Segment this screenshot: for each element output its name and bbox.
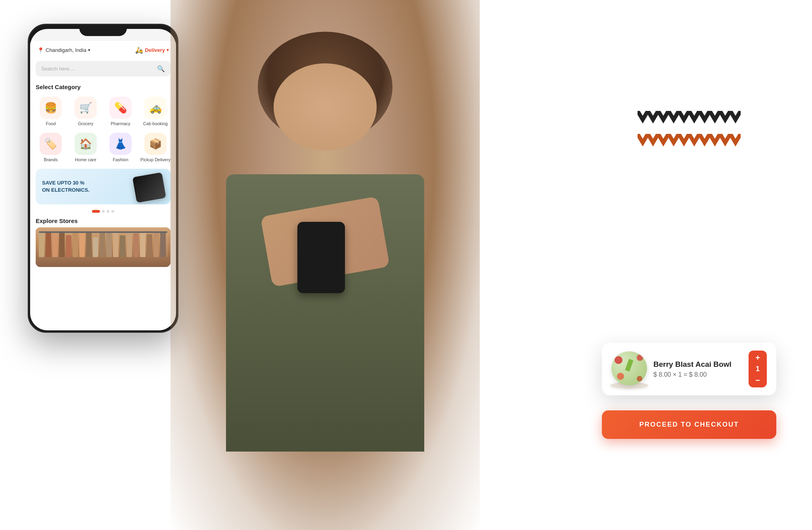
cab-label: Cab booking [143, 121, 168, 126]
delivery-chevron-icon: ▾ [167, 48, 169, 53]
category-pickup[interactable]: 📦 Pickup Delivery [138, 130, 173, 166]
food-icon: 🍔 [40, 97, 62, 119]
category-brands[interactable]: 🏷️ Brands [33, 130, 68, 166]
search-bar[interactable]: Search here.... 🔍 [36, 61, 170, 76]
fashion-icon: 👗 [109, 133, 132, 155]
brands-icon: 🏷️ [40, 133, 62, 155]
quantity-minus-button[interactable]: − [755, 376, 760, 384]
pharmacy-label: Pharmacy [111, 121, 130, 126]
homecare-icon: 🏠 [75, 133, 97, 155]
delivery-mode-label: Delivery [145, 47, 165, 53]
checkout-button[interactable]: PROCEED TO CHECKOUT [602, 410, 776, 439]
product-name: Berry Blast Acai Bowl [653, 360, 742, 369]
promo-banner[interactable]: SAVE UPTO 30 %ON ELECTRONICS. [36, 169, 170, 204]
quantity-plus-button[interactable]: + [755, 354, 760, 362]
grocery-icon: 🛒 [75, 97, 97, 119]
fashion-label: Fashion [113, 157, 128, 162]
category-grid: 🍔 Food 🛒 Grocery 💊 Pharmacy 🚕 Cab bookin… [30, 93, 176, 166]
phone-header: 📍 Chandigarh, India ▾ 🛵 Delivery ▾ [30, 41, 176, 58]
category-food[interactable]: 🍔 Food [33, 93, 68, 130]
location-text: Chandigarh, India [46, 47, 86, 53]
pharmacy-icon: 💊 [109, 97, 132, 119]
zigzag-decoration [638, 111, 741, 158]
price-formula: $ 8.00 × 1 = $ 8.00 [653, 371, 707, 378]
category-homecare[interactable]: 🏠 Home care [68, 130, 103, 166]
zigzag-white-icon [638, 111, 741, 131]
pickup-icon: 📦 [144, 133, 167, 155]
cab-icon: 🚕 [144, 97, 167, 119]
phone-mockup: 📍 Chandigarh, India ▾ 🛵 Delivery ▾ Searc… [28, 24, 178, 333]
product-info: Berry Blast Acai Bowl $ 8.00 × 1 = $ 8.0… [653, 360, 742, 378]
quantity-value: 1 [756, 365, 760, 373]
dot-4 [111, 210, 114, 213]
checkout-button-label: PROCEED TO CHECKOUT [639, 421, 739, 429]
store-visualization [36, 227, 170, 267]
banner-dots [30, 208, 176, 214]
delivery-mode-button[interactable]: 🛵 Delivery ▾ [135, 46, 169, 54]
banner-text: SAVE UPTO 30 %ON ELECTRONICS. [42, 179, 128, 194]
category-fashion[interactable]: 👗 Fashion [103, 130, 138, 166]
pickup-label: Pickup Delivery [140, 157, 170, 162]
phone-screen: 📍 Chandigarh, India ▾ 🛵 Delivery ▾ Searc… [30, 29, 176, 330]
chevron-down-icon: ▾ [88, 48, 90, 53]
location-display[interactable]: 📍 Chandigarh, India ▾ [37, 47, 90, 53]
grocery-label: Grocery [78, 121, 93, 126]
homecare-label: Home care [75, 157, 96, 162]
dot-1 [92, 210, 100, 213]
zigzag-orange-icon [638, 134, 741, 154]
search-icon: 🔍 [157, 65, 165, 72]
category-cab[interactable]: 🚕 Cab booking [138, 93, 173, 130]
phone-notch [79, 25, 127, 36]
brands-label: Brands [44, 157, 58, 162]
category-pharmacy[interactable]: 💊 Pharmacy [103, 93, 138, 130]
banner-product-image [132, 172, 166, 203]
product-price: $ 8.00 × 1 = $ 8.00 [653, 371, 742, 378]
delivery-bike-icon: 🛵 [135, 46, 143, 54]
category-section-title: Select Category [30, 80, 176, 93]
product-card: Berry Blast Acai Bowl $ 8.00 × 1 = $ 8.0… [602, 343, 776, 395]
location-pin-icon: 📍 [37, 47, 44, 53]
dot-3 [107, 210, 109, 213]
search-placeholder-text: Search here.... [41, 66, 75, 72]
dot-2 [102, 210, 105, 213]
stores-section-title: Explore Stores [30, 214, 176, 227]
category-grocery[interactable]: 🛒 Grocery [68, 93, 103, 130]
phone-content: 📍 Chandigarh, India ▾ 🛵 Delivery ▾ Searc… [30, 41, 176, 330]
product-image [611, 351, 647, 387]
store-image[interactable]: Garry's Brand Hub [36, 227, 170, 267]
quantity-control[interactable]: + 1 − [749, 351, 767, 387]
food-label: Food [46, 121, 56, 126]
